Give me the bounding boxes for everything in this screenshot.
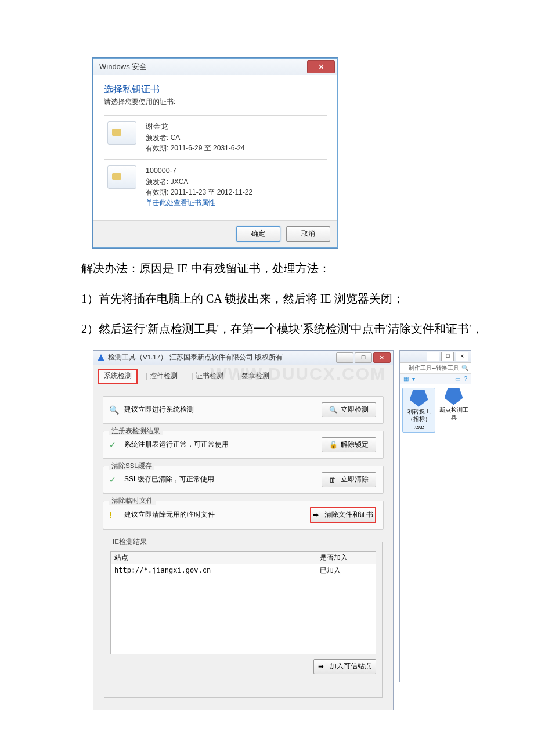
registry-result-row: 注册表检测结果 系统注册表运行正常，可正常使用 🔓 解除锁定	[103, 431, 384, 459]
explorer-titlebar: — ☐ ✕	[400, 351, 471, 363]
ssl-text: SSL缓存已清除，可正常使用	[124, 474, 214, 484]
add-trusted-site-button[interactable]: ➡ 加入可信站点	[313, 659, 376, 674]
site-cell: http://*.jiangxi.gov.cn	[111, 564, 317, 577]
explorer-addressbar[interactable]: 制作工具--转换工具 🔍	[400, 363, 471, 374]
explorer-window: — ☐ ✕ 制作工具--转换工具 🔍 ▦ ▾ ▭ ? 利转换工 （招标）	[399, 350, 471, 682]
registry-legend: 注册表检测结果	[109, 427, 163, 435]
windows-security-dialog: Windows 安全 ✕ 选择私钥证书 请选择您要使用的证书: 谢金龙 颁发者:…	[93, 58, 338, 248]
unlock-button[interactable]: 🔓 解除锁定	[322, 437, 376, 452]
tool-titlebar: 检测工具（V1.17）-江苏国泰新点软件有限公司 版权所有 — ☐ ✕	[93, 351, 393, 365]
file-label: 具	[439, 414, 468, 422]
maximize-button[interactable]: ☐	[441, 352, 454, 361]
tab-cert-check[interactable]: |证书检测	[183, 369, 229, 384]
cancel-button[interactable]: 取消	[286, 226, 330, 242]
svg-marker-0	[98, 354, 104, 361]
dialog-title: Windows 安全	[99, 62, 147, 72]
certificate-item[interactable]: 100000-7 颁发者: JXCA 有效期: 2011-11-23 至 201…	[104, 160, 327, 214]
ie-result-group: IE检测结果 站点 是否加入 http://*.jiangxi.gov.cn 已…	[104, 538, 383, 698]
detection-tool-window: 检测工具（V1.17）-江苏国泰新点软件有限公司 版权所有 — ☐ ✕ WWW.…	[93, 350, 394, 710]
cert-name: 100000-7	[146, 165, 252, 177]
arrow-right-icon: ➡	[313, 511, 321, 519]
tab-control-check[interactable]: |控件检测	[138, 369, 183, 384]
close-button[interactable]: ✕	[307, 60, 335, 73]
temp-clear-row: 清除临时文件 建议立即清除无用的临时文件 ➡ 清除文件和证书	[103, 501, 384, 530]
app-icon	[97, 354, 105, 362]
system-check-text: 建议立即进行系统检测	[124, 405, 194, 415]
minimize-button[interactable]: —	[427, 352, 439, 361]
trash-icon: 🗑	[329, 476, 337, 484]
file-label: （招标）	[404, 416, 434, 423]
dialog-titlebar: Windows 安全 ✕	[93, 59, 337, 75]
tool-title: 检测工具（V1.17）-江苏国泰新点软件有限公司 版权所有	[108, 353, 283, 362]
ok-button[interactable]: 确定	[236, 226, 280, 242]
arrow-right-icon: ➡	[318, 663, 326, 671]
temp-text: 建议立即清除无用的临时文件	[124, 510, 215, 520]
tab-system-check[interactable]: 系统检测	[98, 369, 138, 384]
explorer-view: 利转换工 （招标） .exe 新点检测工 具	[400, 384, 471, 436]
certificate-list: 谢金龙 颁发者: CA 有效期: 2011-6-29 至 2031-6-24 1…	[104, 115, 327, 214]
help-icon[interactable]: ?	[464, 376, 467, 382]
certificate-item[interactable]: 谢金龙 颁发者: CA 有效期: 2011-6-29 至 2031-6-24	[104, 116, 327, 160]
file-item[interactable]: 新点检测工 具	[439, 388, 468, 433]
cert-name: 谢金龙	[146, 121, 245, 132]
cert-properties-link[interactable]: 单击此处查看证书属性	[146, 197, 252, 208]
chevron-down-icon[interactable]: ▾	[412, 376, 415, 382]
check-icon	[109, 440, 118, 449]
cert-issuer: 颁发者: CA	[146, 132, 245, 143]
close-button[interactable]: ✕	[456, 352, 468, 361]
certificate-icon	[107, 121, 136, 145]
tool-tabs: WWW.DUUCX.COM 系统检测 |控件检测 |证书检测 |签章检测	[93, 365, 393, 384]
registry-text: 系统注册表运行正常，可正常使用	[124, 440, 229, 449]
ie-legend: IE检测结果	[110, 538, 149, 546]
clear-files-cert-button[interactable]: ➡ 清除文件和证书	[310, 507, 376, 523]
minimize-button[interactable]: —	[336, 352, 353, 363]
tab-sign-check[interactable]: |签章检测	[229, 369, 275, 384]
paragraph: 1）首先将插在电脑上的 CA 锁拔出来，然后将 IE 浏览器关闭；	[58, 289, 499, 308]
system-check-row: 建议立即进行系统检测 🔍 立即检测	[103, 396, 384, 424]
col-added: 是否加入	[316, 551, 376, 564]
preview-icon[interactable]: ▭	[455, 376, 460, 382]
warning-icon	[109, 510, 118, 520]
explorer-toolbar: ▦ ▾ ▭ ?	[400, 374, 471, 384]
cert-validity: 有效期: 2011-11-23 至 2012-11-22	[146, 187, 252, 197]
temp-legend: 清除临时文件	[109, 496, 156, 505]
check-icon	[109, 475, 118, 484]
cert-issuer: 颁发者: JXCA	[146, 177, 252, 187]
file-icon	[410, 390, 428, 407]
ssl-clear-row: 清除SSL缓存 SSL缓存已清除，可正常使用 🗑 立即清除	[103, 466, 384, 494]
cert-validity: 有效期: 2011-6-29 至 2031-6-24	[146, 143, 245, 153]
file-icon	[445, 388, 463, 405]
close-button[interactable]: ✕	[373, 352, 391, 363]
magnifier-icon	[109, 405, 118, 415]
clear-now-button[interactable]: 🗑 立即清除	[322, 472, 376, 487]
file-label: .exe	[404, 423, 434, 430]
dialog-footer: 确定 取消	[93, 220, 337, 247]
paragraph: 2）然后运行'新点检测工具'，在第一个模块'系统检测'中点击'清除文件和证书'，	[35, 319, 499, 339]
dialog-subheading: 请选择您要使用的证书:	[104, 97, 327, 107]
file-label: 新点检测工	[439, 406, 468, 414]
col-site: 站点	[111, 551, 317, 564]
search-icon[interactable]: 🔍	[461, 365, 468, 371]
certificate-icon	[107, 165, 136, 189]
lock-icon: 🔓	[329, 441, 337, 449]
close-icon: ✕	[319, 63, 324, 71]
detect-now-button[interactable]: 🔍 立即检测	[322, 402, 376, 417]
ssl-legend: 清除SSL缓存	[109, 462, 154, 470]
magnifier-icon: 🔍	[329, 406, 337, 414]
added-cell: 已加入	[316, 564, 376, 577]
maximize-button[interactable]: ☐	[355, 352, 372, 363]
ie-sites-table: 站点 是否加入 http://*.jiangxi.gov.cn 已加入	[110, 551, 376, 654]
dialog-heading: 选择私钥证书	[104, 84, 327, 96]
file-item[interactable]: 利转换工 （招标） .exe	[402, 388, 435, 433]
window-controls: — ☐ ✕	[336, 352, 391, 363]
paragraph: 解决办法：原因是 IE 中有残留证书，处理方法：	[58, 258, 499, 278]
file-label: 利转换工	[404, 408, 434, 416]
view-icon[interactable]: ▦	[403, 376, 409, 382]
table-row[interactable]: http://*.jiangxi.gov.cn 已加入	[111, 564, 376, 577]
